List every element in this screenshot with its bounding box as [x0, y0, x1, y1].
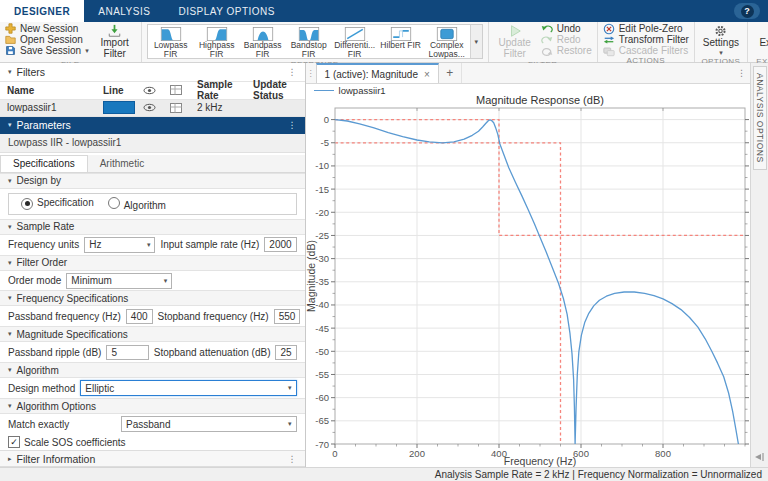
panel-menu-icon[interactable]: ⋮ [288, 120, 297, 130]
caret-down-icon: ▾ [147, 241, 151, 249]
svg-text:800: 800 [655, 448, 671, 459]
ribbon-tab-designer[interactable]: DESIGNER [0, 0, 84, 22]
new-session-button[interactable]: New Session [5, 24, 89, 33]
filters-table: Name Line Sample Rate Update Status lowp… [0, 82, 305, 117]
legend-label: lowpassiir1 [339, 85, 386, 96]
panel-menu-icon[interactable]: ⋮ [288, 67, 297, 77]
visibility-toggle[interactable] [136, 100, 163, 116]
match-exactly-select[interactable]: Passband ▾ [121, 416, 297, 432]
transform-filter-button[interactable]: Transform Filter [603, 35, 689, 44]
close-icon[interactable]: × [424, 69, 430, 80]
import-filter-button[interactable]: Import Filter [94, 24, 136, 59]
section-algorithm[interactable]: ▾ Algorithm [0, 362, 305, 378]
filter-information-header[interactable]: ▸ Filter Information ⋮ [0, 450, 305, 467]
analysis-options-tab[interactable]: ANALYSIS OPTIONS [753, 66, 767, 170]
response-gallery-expand-button[interactable]: ▾ [470, 25, 482, 58]
add-figure-tab-button[interactable]: + [439, 63, 462, 83]
bandstop-fir-button[interactable]: Bandstop FIR [286, 25, 332, 58]
collapse-triangle-icon: ▾ [8, 177, 12, 185]
section-filter-order[interactable]: ▾ Filter Order [0, 255, 305, 271]
annotation-toggle[interactable] [163, 100, 190, 116]
frequency-units-select[interactable]: Hz ▾ [84, 237, 155, 253]
svg-text:200: 200 [409, 448, 425, 459]
save-session-button[interactable]: Save Session ▾ [5, 46, 89, 55]
section-frequency-specifications[interactable]: ▾ Frequency Specifications [0, 290, 305, 306]
tab-arithmetic[interactable]: Arithmetic [88, 155, 156, 172]
filter-row-lowpassiir1[interactable]: lowpassiir1 2 kHz [0, 100, 305, 117]
order-mode-select[interactable]: Minimum ▾ [66, 273, 172, 289]
ribbon-tab-analysis[interactable]: ANALYSIS [84, 0, 164, 22]
update-filter-button[interactable]: Update Filter [494, 24, 536, 59]
collapse-triangle-icon: ▾ [8, 121, 12, 129]
svg-text:-70: -70 [315, 439, 329, 450]
cascade-filters-button[interactable]: Cascade Filters [603, 46, 689, 55]
tab-specifications[interactable]: Specifications [0, 155, 88, 172]
section-magnitude-specifications[interactable]: ▾ Magnitude Specifications [0, 326, 305, 342]
scale-sos-checkbox[interactable]: ✓ Scale SOS coefficients [8, 436, 126, 448]
figure-tab-magnitude[interactable]: 1 (active): Magnitude × [316, 63, 439, 83]
scale-sos-row: ✓ Scale SOS coefficients [0, 434, 305, 450]
help-button[interactable]: ? [734, 3, 760, 19]
filter-update-status [246, 100, 305, 116]
ribbon-group-actions: Edit Pole-Zero Transform Filter Cascade … [598, 22, 695, 62]
section-design-by[interactable]: ▾ Design by [0, 173, 305, 189]
chart-canvas[interactable]: 02004006008000-5-10-15-20-25-30-35-40-45… [306, 96, 751, 468]
collapse-triangle-icon: ▾ [8, 330, 12, 338]
highpass-fir-button[interactable]: Highpass FIR [194, 25, 240, 58]
parameters-panel-header[interactable]: ▾ Parameters ⋮ [0, 117, 305, 134]
passband-ripple-field[interactable]: 5 [106, 345, 148, 360]
ribbon-tab-display-options[interactable]: DISPLAY OPTIONS [164, 0, 289, 22]
differentiator-fir-button[interactable]: Differenti... FIR [332, 25, 378, 58]
stopband-frequency-field[interactable]: 550 [274, 309, 301, 324]
svg-text:Magnitude (dB): Magnitude (dB) [305, 240, 317, 312]
visibility-column-header [136, 82, 163, 99]
open-session-button[interactable]: Open Session [5, 35, 89, 44]
svg-text:-15: -15 [315, 184, 329, 195]
complex-lowpass-fir-button[interactable]: Complex Lowpas... [424, 25, 470, 58]
collapse-triangle-icon: ▾ [8, 259, 12, 267]
lowpass-fir-button[interactable]: Lowpass FIR [148, 25, 194, 58]
design-method-select[interactable]: Elliptic ▾ [80, 380, 296, 396]
radio-algorithm[interactable]: Algorithm [108, 197, 166, 211]
redo-icon [541, 35, 553, 45]
update-filter-icon [508, 24, 522, 38]
figure-tab-strip: ⋮ 1 (active): Magnitude × + ⋮ [306, 63, 750, 84]
export-button[interactable]: Export ▾ [753, 24, 768, 56]
help-area: ? [734, 0, 768, 22]
ribbon: New Session Open Session Save Session ▾ … [0, 22, 768, 63]
collapse-triangle-icon: ▾ [8, 294, 12, 302]
figure-menu-icon[interactable]: ⋮ [737, 63, 750, 83]
passband-frequency-field[interactable]: 400 [126, 309, 153, 324]
radio-specification[interactable]: Specification [21, 197, 94, 210]
ribbon-group-export: Export ▾ EXPORT [748, 22, 768, 62]
response-gallery: Lowpass FIR Highpass FIR Bandpass FIR Ba… [147, 24, 483, 59]
ribbon-group-file: New Session Open Session Save Session ▾ … [0, 22, 142, 62]
section-algorithm-options[interactable]: ▾ Algorithm Options [0, 398, 305, 414]
dock-figure-icon[interactable] [755, 453, 764, 463]
design-by-options: Specification Algorithm [8, 193, 297, 215]
svg-text:-20: -20 [315, 207, 329, 218]
magnitude-response-chart[interactable]: 02004006008000-5-10-15-20-25-30-35-40-45… [306, 96, 750, 467]
right-side-strip: ANALYSIS OPTIONS [750, 63, 768, 467]
hilbert-fir-button[interactable]: Hilbert FIR [378, 25, 424, 58]
svg-text:-30: -30 [315, 253, 329, 264]
checkbox-checked-icon: ✓ [8, 436, 20, 448]
settings-button[interactable]: Settings ▾ [700, 24, 742, 56]
redo-button[interactable]: Redo [541, 35, 592, 44]
input-sample-rate-field[interactable]: 2000 [264, 237, 296, 252]
line-color-swatch[interactable] [103, 101, 135, 114]
svg-text:-10: -10 [315, 160, 329, 171]
undo-button[interactable]: Undo [541, 24, 592, 33]
section-sample-rate[interactable]: ▾ Sample Rate [0, 219, 305, 235]
bandpass-fir-button[interactable]: Bandpass FIR [240, 25, 286, 58]
complex-lowpass-fir-icon [435, 27, 459, 41]
stopband-attenuation-field[interactable]: 25 [275, 345, 296, 360]
eye-icon [143, 86, 156, 95]
panel-menu-icon[interactable]: ⋮ [288, 454, 297, 464]
edit-pole-zero-button[interactable]: Edit Pole-Zero [603, 24, 689, 33]
restore-button[interactable]: Restore [541, 46, 592, 55]
svg-text:-55: -55 [315, 369, 329, 380]
hilbert-fir-icon [389, 27, 413, 41]
bandstop-fir-icon [297, 27, 321, 41]
toolstrip-tabbar: DESIGNER ANALYSIS DISPLAY OPTIONS ? [0, 0, 768, 22]
